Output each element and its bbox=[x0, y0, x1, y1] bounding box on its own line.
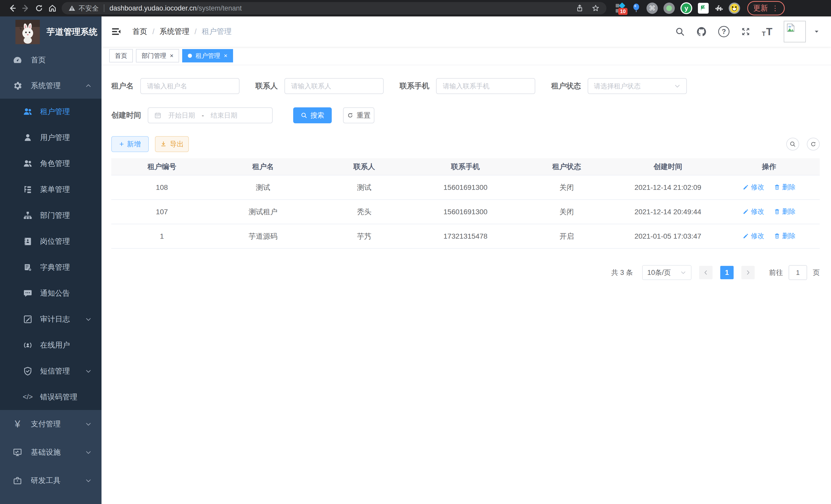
logo[interactable]: 芋道管理系统 bbox=[0, 17, 102, 47]
delete-link[interactable]: 删除 bbox=[774, 207, 796, 216]
tab-tenant[interactable]: 租户管理× bbox=[182, 49, 233, 62]
sidebar-item-user[interactable]: 用户管理 bbox=[0, 125, 102, 151]
bookmark-star-icon[interactable] bbox=[592, 4, 600, 12]
extension-balloon-icon[interactable] bbox=[632, 3, 641, 13]
tenant-name-input[interactable] bbox=[140, 78, 239, 94]
column-header: 租户状态 bbox=[516, 158, 617, 175]
sidebar-item-post[interactable]: 岗位管理 bbox=[0, 228, 102, 254]
sidebar-item-devtools[interactable]: 研发工具 bbox=[0, 467, 102, 495]
edit-link[interactable]: 修改 bbox=[743, 183, 764, 191]
refresh-table-button[interactable] bbox=[807, 138, 820, 151]
sidebar-item-online-user[interactable]: 在线用户 bbox=[0, 332, 102, 358]
browser-menu-icon[interactable]: ⋮ bbox=[772, 4, 779, 12]
sidebar-item-audit-log[interactable]: 审计日志 bbox=[0, 306, 102, 332]
forward-icon[interactable] bbox=[19, 2, 32, 15]
sidebar-item-menu[interactable]: 菜单管理 bbox=[0, 176, 102, 202]
sidebar-item-role[interactable]: 角色管理 bbox=[0, 151, 102, 176]
cell-tenant-name: 芋道源码 bbox=[212, 224, 314, 248]
menu-tree-icon bbox=[22, 184, 33, 195]
warning-icon bbox=[68, 5, 76, 12]
next-page-button[interactable] bbox=[741, 266, 755, 279]
extension-yudao-icon[interactable]: y bbox=[681, 2, 692, 14]
page-number[interactable]: 1 bbox=[720, 266, 734, 279]
home-icon[interactable] bbox=[46, 2, 59, 15]
font-size-icon[interactable]: TT bbox=[762, 26, 772, 37]
sidebar-collapse-icon[interactable] bbox=[111, 26, 121, 37]
breadcrumb-separator: / bbox=[152, 28, 154, 36]
breadcrumb-system[interactable]: 系统管理 bbox=[160, 26, 190, 37]
share-icon[interactable] bbox=[576, 4, 584, 12]
page-size-select[interactable]: 10条/页 bbox=[642, 265, 691, 280]
sidebar-item-label: 通知公告 bbox=[40, 288, 70, 298]
chevron-down-icon bbox=[680, 269, 686, 276]
chevron-down-icon bbox=[85, 477, 92, 484]
extensions-puzzle-icon[interactable] bbox=[714, 4, 723, 12]
cell-tenant-id: 108 bbox=[111, 175, 212, 200]
caret-down-icon[interactable] bbox=[813, 29, 820, 35]
sidebar-item-label: 字典管理 bbox=[40, 262, 70, 272]
breadcrumb-home[interactable]: 首页 bbox=[132, 26, 147, 37]
close-icon[interactable]: × bbox=[224, 53, 227, 59]
search-icon[interactable] bbox=[675, 27, 685, 36]
sidebar-item-notice[interactable]: 通知公告 bbox=[0, 280, 102, 306]
close-icon[interactable]: × bbox=[170, 53, 173, 59]
refresh-icon bbox=[347, 112, 353, 119]
broken-image-icon bbox=[785, 23, 796, 33]
mobile-input[interactable] bbox=[436, 78, 535, 94]
field-label: 租户名 bbox=[111, 81, 134, 91]
tab-dept[interactable]: 部门管理× bbox=[136, 49, 179, 62]
sidebar-item-sms[interactable]: 短信管理 bbox=[0, 358, 102, 384]
sidebar-item-system[interactable]: 系统管理 bbox=[0, 73, 102, 99]
briefcase-icon bbox=[12, 475, 23, 486]
column-header: 操作 bbox=[718, 158, 820, 175]
contact-input[interactable] bbox=[284, 78, 384, 94]
column-header: 租户编号 bbox=[111, 158, 212, 175]
prev-page-button[interactable] bbox=[699, 266, 713, 279]
breadcrumb-separator: / bbox=[195, 28, 197, 36]
extensions-area: 10 ⌘ y bbox=[615, 2, 740, 14]
reset-button[interactable]: 重置 bbox=[343, 108, 374, 123]
edit-link[interactable]: 修改 bbox=[743, 207, 764, 216]
sidebar-item-label: 租户管理 bbox=[40, 107, 70, 117]
reload-icon[interactable] bbox=[32, 2, 46, 15]
sidebar-item-dept[interactable]: 部门管理 bbox=[0, 202, 102, 228]
avatar[interactable] bbox=[784, 21, 806, 42]
help-icon[interactable]: ? bbox=[718, 26, 729, 37]
sidebar-item-home[interactable]: 首页 bbox=[0, 47, 102, 73]
extension-recorder-icon[interactable] bbox=[663, 3, 675, 14]
extension-command-icon[interactable]: ⌘ bbox=[647, 3, 658, 14]
search-button[interactable]: 搜索 bbox=[293, 108, 332, 123]
address-bar[interactable]: 不安全 dashboard.yudao.iocoder.cn/system/te… bbox=[62, 2, 606, 14]
fullscreen-icon[interactable] bbox=[741, 27, 751, 36]
extension-tabs-icon[interactable]: 10 bbox=[615, 3, 626, 13]
security-warning[interactable]: 不安全 bbox=[68, 4, 99, 13]
filter-mobile: 联系手机 bbox=[400, 78, 535, 94]
app-title: 芋道管理系统 bbox=[47, 26, 97, 38]
filter-row-2: 创建时间 开始日期 - 结束日期 搜索 重置 bbox=[111, 108, 820, 123]
pagination: 共 3 条 10条/页 1 前往 页 bbox=[111, 265, 820, 280]
status-select[interactable]: 请选择租户状态 bbox=[588, 78, 687, 94]
cell-mobile: 15601691300 bbox=[415, 200, 516, 224]
delete-link[interactable]: 删除 bbox=[774, 232, 796, 240]
show-search-button[interactable] bbox=[786, 138, 799, 151]
sidebar-item-label: 角色管理 bbox=[40, 158, 70, 169]
github-icon[interactable] bbox=[696, 26, 707, 37]
goto-page-input[interactable] bbox=[789, 265, 807, 280]
tab-home[interactable]: 首页 bbox=[109, 49, 133, 62]
sidebar-item-infra[interactable]: 基础设施 bbox=[0, 438, 102, 467]
delete-link[interactable]: 删除 bbox=[774, 183, 796, 191]
edit-link[interactable]: 修改 bbox=[743, 232, 764, 240]
add-button[interactable]: + 新增 bbox=[111, 136, 149, 152]
sidebar-item-tenant[interactable]: 租户管理 bbox=[0, 99, 102, 125]
chrome-update-button[interactable]: 更新 ⋮ bbox=[747, 1, 785, 16]
date-range-picker[interactable]: 开始日期 - 结束日期 bbox=[148, 108, 273, 123]
sidebar-item-pay[interactable]: ¥ 支付管理 bbox=[0, 410, 102, 438]
sidebar-item-error-code[interactable]: </> 错误码管理 bbox=[0, 384, 102, 410]
extension-emoji-icon[interactable] bbox=[729, 3, 740, 14]
sidebar-item-label: 首页 bbox=[31, 55, 46, 65]
message-icon bbox=[22, 288, 33, 298]
export-button[interactable]: 导出 bbox=[155, 136, 189, 152]
extension-flag-icon[interactable] bbox=[698, 3, 709, 13]
back-icon[interactable] bbox=[6, 2, 19, 15]
sidebar-item-dict[interactable]: 字典管理 bbox=[0, 254, 102, 280]
